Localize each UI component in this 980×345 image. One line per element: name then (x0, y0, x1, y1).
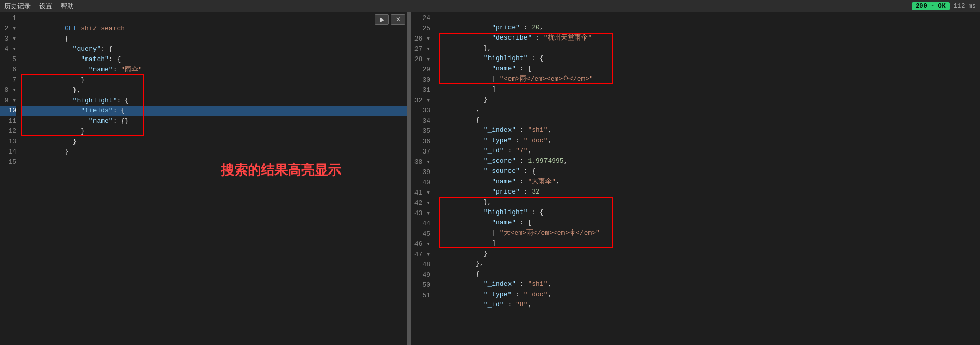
line-num-13: 13 (0, 137, 16, 147)
line-num-2: 2 ▾ (0, 24, 16, 34)
response-time: 112 ms (954, 3, 976, 10)
r-ln-35: 35 (411, 126, 430, 137)
r-ln-24: 24 (411, 13, 430, 24)
line-num-4: 4 ▾ (0, 44, 16, 54)
r-ln-42: 42 ▾ (411, 198, 430, 208)
code-area: 1 2 ▾ 3 ▾ 4 ▾ 5 6 7 8 ▾ 9 ▾ 10 11 12 13 … (0, 12, 409, 345)
r-ln-48: 48 (411, 260, 430, 270)
left-panel: ▶ ✕ 1 2 ▾ 3 ▾ 4 ▾ 5 6 7 8 ▾ 9 ▾ 10 11 12… (0, 12, 411, 345)
r-ln-47: 47 ▾ (411, 250, 430, 260)
r-ln-32: 32 ▾ (411, 95, 430, 106)
r-line-31: } (434, 84, 980, 94)
line-num-6: 6 (0, 65, 16, 75)
run-button[interactable]: ▶ (375, 14, 389, 25)
left-line-numbers: 1 2 ▾ 3 ▾ 4 ▾ 5 6 7 8 ▾ 9 ▾ 10 11 12 13 … (0, 12, 21, 345)
r-ln-36: 36 (411, 137, 430, 147)
r-ln-33: 33 (411, 106, 430, 116)
code-line-3: "query": { (21, 34, 409, 44)
r-ln-31: 31 (411, 85, 430, 95)
r-ln-25: 25 (411, 24, 430, 34)
right-panel: 24 25 26 ▾ 27 ▾ 28 ▾ 29 30 31 32 ▾ 33 34… (411, 12, 980, 345)
r-ln-37: 37 (411, 147, 430, 157)
code-line-13: } (21, 137, 409, 147)
r-ln-30: 30 (411, 75, 430, 85)
r-ln-39: 39 (411, 167, 430, 178)
line-num-10: 10 (0, 106, 16, 116)
line-num-7: 7 (0, 75, 16, 85)
right-code-content[interactable]: "price" : 20, "describe" : "杭州天堂雨伞" }, "… (434, 12, 980, 345)
r-line-49: "_index" : "shi", (434, 269, 980, 279)
r-line-32: , (434, 94, 980, 105)
line-num-14: 14 (0, 147, 16, 157)
r-line-47: }, (434, 248, 980, 259)
code-line-14 (21, 147, 409, 157)
main-container: ▶ ✕ 1 2 ▾ 3 ▾ 4 ▾ 5 6 7 8 ▾ 9 ▾ 10 11 12… (0, 12, 980, 345)
line-num-9: 9 ▾ (0, 95, 16, 106)
r-line-48: { (434, 259, 980, 269)
line-num-5: 5 (0, 54, 16, 65)
r-ln-51: 51 (411, 291, 430, 301)
resize-handle[interactable] (407, 12, 409, 345)
line-num-15: 15 (0, 157, 16, 167)
line-num-3: 3 ▾ (0, 34, 16, 44)
r-ln-29: 29 (411, 65, 430, 75)
right-line-numbers: 24 25 26 ▾ 27 ▾ 28 ▾ 29 30 31 32 ▾ 33 34… (411, 12, 434, 345)
r-ln-40: 40 (411, 178, 430, 188)
line-num-1: 1 (0, 13, 16, 24)
r-ln-27: 27 ▾ (411, 44, 430, 54)
r-ln-50: 50 (411, 280, 430, 291)
r-line-27: "highlight" : { (434, 43, 980, 53)
line-num-8: 8 ▾ (0, 85, 16, 95)
r-ln-44: 44 (411, 219, 430, 229)
menu-history[interactable]: 历史记录 (4, 2, 31, 11)
r-ln-28: 28 ▾ (411, 54, 430, 65)
line-num-12: 12 (0, 126, 16, 137)
editor-code-content[interactable]: 搜索的结果高亮显示 GET shi/_search { "query": { "… (21, 12, 409, 345)
menu-bar: 历史记录 设置 帮助 200 - OK 112 ms (0, 0, 980, 12)
code-line-1: GET shi/_search (21, 13, 409, 24)
menu-settings[interactable]: 设置 (39, 2, 52, 11)
clear-button[interactable]: ✕ (391, 14, 405, 25)
r-line-34: "_index" : "shi", (434, 115, 980, 125)
r-ln-26: 26 ▾ (411, 34, 430, 44)
r-line-46: } (434, 238, 980, 248)
line-num-11: 11 (0, 116, 16, 126)
r-ln-49: 49 (411, 270, 430, 280)
editor-toolbar: ▶ ✕ (375, 14, 405, 25)
status-badge: 200 - OK (912, 2, 950, 10)
r-line-33: { (434, 105, 980, 115)
r-line-42: "highlight" : { (434, 197, 980, 207)
r-ln-43: 43 ▾ (411, 208, 430, 219)
r-ln-41: 41 ▾ (411, 188, 430, 198)
r-line-24: "price" : 20, (434, 12, 980, 23)
r-ln-38: 38 ▾ (411, 157, 430, 167)
menu-help[interactable]: 帮助 (61, 2, 74, 11)
r-ln-46: 46 ▾ (411, 239, 430, 250)
r-ln-34: 34 (411, 116, 430, 126)
r-ln-45: 45 (411, 229, 430, 239)
code-line-15 (21, 157, 409, 167)
